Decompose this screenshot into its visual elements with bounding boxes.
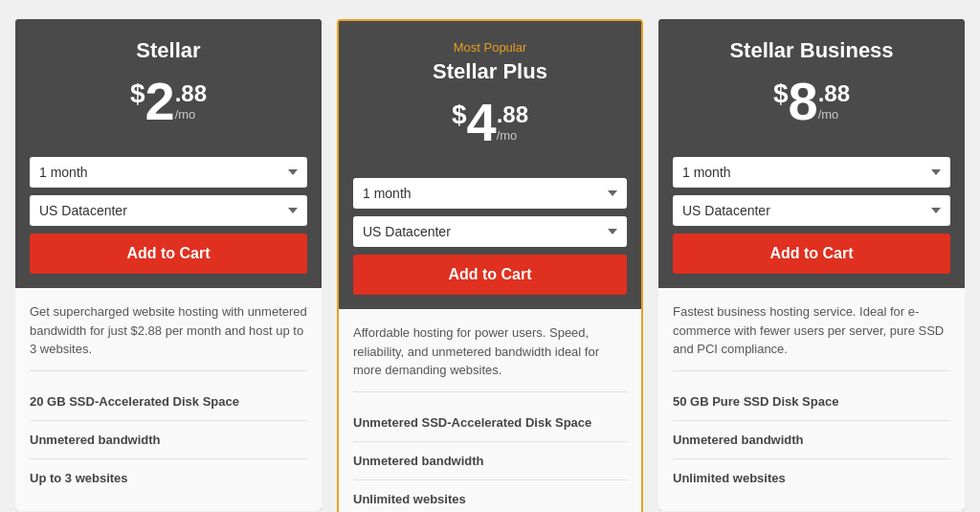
plan-header-stellar-business: Stellar Business $ 8 .88 /mo xyxy=(658,19,965,157)
pricing-container: Stellar $ 2 .88 /mo 1 month12 months24 m… xyxy=(19,19,961,512)
price-main-stellar-business: 8 xyxy=(789,75,818,128)
plan-controls-stellar-business: 1 month12 months24 months US DatacenterE… xyxy=(658,157,965,288)
datacenter-select-stellar-plus[interactable]: US DatacenterEU Datacenter xyxy=(353,216,627,247)
add-to-cart-button-stellar-plus[interactable]: Add to Cart xyxy=(353,255,627,295)
datacenter-select-stellar-business[interactable]: US DatacenterEU Datacenter xyxy=(673,195,950,226)
most-popular-label: Most Popular xyxy=(358,40,622,55)
plan-header-stellar-plus: Most Popular Stellar Plus $ 4 .88 /mo xyxy=(339,21,641,178)
feature-item-stellar-business-1: Unmetered bandwidth xyxy=(673,421,950,459)
price-mo-stellar-plus: /mo xyxy=(497,128,518,143)
plan-name-stellar-business: Stellar Business xyxy=(678,38,946,63)
plan-features-stellar: Get supercharged website hosting with un… xyxy=(15,288,322,511)
plan-card-stellar-business: Stellar Business $ 8 .88 /mo 1 month12 m… xyxy=(658,19,965,511)
feature-item-stellar-business-2: Unlimited websites xyxy=(673,459,950,497)
feature-item-stellar-2: Up to 3 websites xyxy=(30,459,307,497)
plan-description-stellar-plus: Affordable hosting for power users. Spee… xyxy=(353,323,627,392)
plan-price-stellar: $ 2 .88 /mo xyxy=(34,75,302,128)
datacenter-select-stellar[interactable]: US DatacenterEU Datacenter xyxy=(30,195,307,226)
price-mo-stellar-business: /mo xyxy=(818,107,839,122)
feature-item-stellar-plus-1: Unmetered bandwidth xyxy=(353,442,627,480)
duration-select-stellar[interactable]: 1 month12 months24 months xyxy=(30,157,307,188)
price-main-stellar: 2 xyxy=(145,75,175,128)
price-dollar-stellar-plus: $ xyxy=(452,100,467,130)
add-to-cart-button-stellar[interactable]: Add to Cart xyxy=(30,234,307,274)
plan-description-stellar: Get supercharged website hosting with un… xyxy=(30,302,307,371)
plan-card-stellar: Stellar $ 2 .88 /mo 1 month12 months24 m… xyxy=(15,19,322,511)
feature-item-stellar-business-0: 50 GB Pure SSD Disk Space xyxy=(673,383,950,421)
plan-controls-stellar-plus: 1 month12 months24 months US DatacenterE… xyxy=(339,178,641,309)
feature-item-stellar-1: Unmetered bandwidth xyxy=(30,421,307,459)
price-main-stellar-plus: 4 xyxy=(467,96,497,149)
feature-item-stellar-0: 20 GB SSD-Accelerated Disk Space xyxy=(30,383,307,421)
duration-select-stellar-business[interactable]: 1 month12 months24 months xyxy=(673,157,950,188)
feature-item-stellar-plus-2: Unlimited websites xyxy=(353,480,627,513)
plan-name-stellar: Stellar xyxy=(34,38,302,63)
feature-item-stellar-plus-0: Unmetered SSD-Accelerated Disk Space xyxy=(353,404,627,442)
price-mo-stellar: /mo xyxy=(175,107,196,122)
price-cents-stellar: .88 xyxy=(175,80,207,107)
plan-card-stellar-plus: Most Popular Stellar Plus $ 4 .88 /mo 1 … xyxy=(337,19,643,512)
plan-features-stellar-business: Fastest business hosting service. Ideal … xyxy=(658,288,965,511)
plan-description-stellar-business: Fastest business hosting service. Ideal … xyxy=(673,302,950,371)
price-dollar-stellar: $ xyxy=(130,78,145,109)
price-dollar-stellar-business: $ xyxy=(773,78,789,109)
plan-price-stellar-business: $ 8 .88 /mo xyxy=(678,75,946,128)
plan-controls-stellar: 1 month12 months24 months US DatacenterE… xyxy=(15,157,322,288)
duration-select-stellar-plus[interactable]: 1 month12 months24 months xyxy=(353,178,627,209)
price-cents-stellar-business: .88 xyxy=(818,80,850,107)
plan-features-stellar-plus: Affordable hosting for power users. Spee… xyxy=(339,309,641,512)
plan-name-stellar-plus: Stellar Plus xyxy=(358,59,622,84)
add-to-cart-button-stellar-business[interactable]: Add to Cart xyxy=(673,234,950,274)
plan-header-stellar: Stellar $ 2 .88 /mo xyxy=(15,19,322,157)
price-cents-stellar-plus: .88 xyxy=(497,101,528,128)
plan-price-stellar-plus: $ 4 .88 /mo xyxy=(358,96,622,149)
